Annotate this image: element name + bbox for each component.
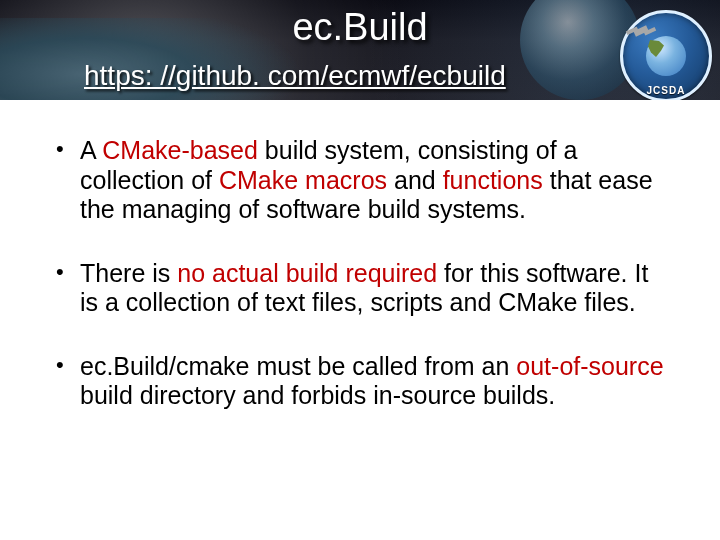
jcsda-logo: JCSDA — [616, 6, 716, 100]
text-segment: and — [387, 166, 443, 194]
text-segment: ec.Build/cmake must be called from an — [80, 352, 516, 380]
slide: ec.Build https: //github. com/ecmwf/ecbu… — [0, 0, 720, 540]
highlight-text: CMake-based — [102, 136, 258, 164]
slide-subtitle: https: //github. com/ecmwf/ecbuild — [84, 60, 506, 92]
bullet-item: ec.Build/cmake must be called from an ou… — [50, 352, 670, 411]
logo-caption: JCSDA — [616, 85, 716, 96]
bullet-item: A CMake-based build system, consisting o… — [50, 136, 670, 225]
slide-body: A CMake-based build system, consisting o… — [0, 100, 720, 411]
slide-header: ec.Build https: //github. com/ecmwf/ecbu… — [0, 0, 720, 100]
bullet-list: A CMake-based build system, consisting o… — [50, 136, 670, 411]
slide-title: ec.Build — [0, 6, 720, 49]
text-segment: build directory and forbids in-source bu… — [80, 381, 555, 409]
highlight-text: functions — [443, 166, 543, 194]
bullet-item: There is no actual build required for th… — [50, 259, 670, 318]
text-segment: A — [80, 136, 102, 164]
highlight-text: CMake macros — [219, 166, 387, 194]
text-segment: There is — [80, 259, 177, 287]
highlight-text: out-of-source — [516, 352, 663, 380]
highlight-text: no actual build required — [177, 259, 437, 287]
